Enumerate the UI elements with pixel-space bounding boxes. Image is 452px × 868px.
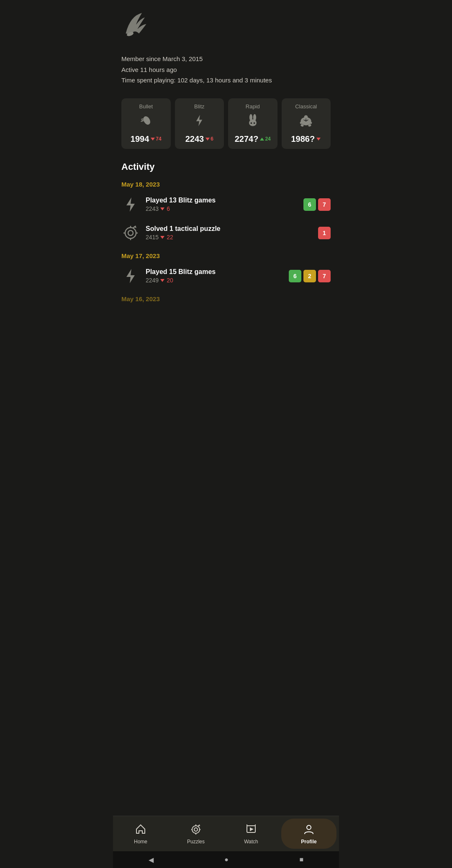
back-button[interactable]: ◀ — [149, 856, 154, 864]
system-bar: ◀ ● ■ — [113, 851, 339, 868]
svg-point-9 — [254, 122, 255, 124]
badge-puzzle-1: 1 — [318, 227, 331, 239]
svg-point-8 — [250, 122, 252, 124]
rating-value-bullet: 1994 74 — [131, 134, 162, 144]
member-since-text: Member since March 3, 2015 — [121, 54, 331, 64]
activity-content-puzzle-1: Solved 1 tactical puzzle 2415 22 — [146, 225, 312, 241]
puzzle-activity-icon — [121, 224, 140, 242]
user-info-section: Member since March 3, 2015 Active 11 hou… — [113, 45, 339, 90]
nav-label-home: Home — [134, 839, 147, 845]
rating-card-rapid[interactable]: Rapid 2274? 24 — [228, 98, 277, 149]
activity-badges-blitz-1: 6 7 — [303, 198, 331, 211]
blitz-icon — [192, 113, 207, 131]
svg-line-2 — [141, 120, 144, 120]
profile-icon — [303, 824, 314, 837]
rating-diff-blitz: 6 — [205, 136, 213, 142]
activity-title-blitz-1: Played 13 Blitz games — [146, 197, 298, 204]
svg-marker-33 — [250, 827, 254, 831]
rapid-icon — [245, 113, 260, 131]
activity-badges-blitz-2: 6 2 7 — [289, 270, 331, 282]
rating-value-rapid: 2274? 24 — [235, 134, 271, 144]
blitz-activity-icon-2 — [121, 267, 140, 285]
svg-line-29 — [198, 825, 200, 826]
watch-icon — [246, 824, 257, 837]
recent-button[interactable]: ■ — [300, 856, 304, 863]
home-button[interactable]: ● — [224, 856, 229, 863]
activity-item-puzzle-1[interactable]: Solved 1 tactical puzzle 2415 22 1 — [113, 219, 339, 247]
activity-section-title: Activity — [113, 153, 339, 176]
badge-win-1: 6 — [303, 198, 316, 211]
rating-label-rapid: Rapid — [246, 103, 260, 110]
rating-card-blitz[interactable]: Blitz 2243 6 — [175, 98, 224, 149]
svg-point-16 — [125, 228, 136, 238]
active-text: Active 11 hours ago — [121, 64, 331, 75]
rating-label-classical: Classical — [295, 103, 317, 110]
activity-title-puzzle-1: Solved 1 tactical puzzle — [146, 225, 312, 233]
activity-badges-puzzle-1: 1 — [318, 227, 331, 239]
svg-line-22 — [133, 226, 135, 228]
rating-label-blitz: Blitz — [194, 103, 205, 110]
activity-content-blitz-1: Played 13 Blitz games 2243 6 — [146, 197, 298, 212]
activity-title-blitz-2: Played 15 Blitz games — [146, 268, 283, 276]
svg-point-1 — [142, 115, 152, 126]
nav-label-puzzles: Puzzles — [187, 839, 205, 845]
activity-date-1: May 18, 2023 — [113, 176, 339, 190]
activity-item-blitz-1[interactable]: Played 13 Blitz games 2243 6 6 7 — [113, 190, 339, 219]
nav-label-profile: Profile — [301, 839, 316, 845]
rating-diff-classical — [316, 138, 321, 141]
bottom-navigation: Home Puzzles Watch — [113, 816, 339, 851]
svg-point-7 — [249, 119, 257, 126]
nav-item-puzzles[interactable]: Puzzles — [168, 816, 223, 851]
puzzles-icon — [190, 824, 201, 837]
bullet-icon — [139, 113, 154, 131]
time-playing-text: Time spent playing: 102 days, 13 hours a… — [121, 75, 331, 86]
nav-item-home[interactable]: Home — [113, 816, 168, 851]
svg-point-24 — [194, 828, 198, 831]
rating-card-bullet[interactable]: Bullet 1994 74 — [121, 98, 171, 149]
svg-line-4 — [141, 118, 143, 119]
nav-label-watch: Watch — [244, 839, 258, 845]
badge-loss-2: 7 — [318, 270, 331, 282]
home-icon — [135, 824, 146, 837]
activity-date-3: May 16, 2023 — [113, 290, 339, 305]
svg-point-34 — [307, 825, 311, 830]
svg-point-17 — [128, 230, 133, 236]
header — [113, 0, 339, 45]
svg-line-3 — [141, 120, 143, 121]
activity-item-blitz-2[interactable]: Played 15 Blitz games 2249 20 6 2 7 — [113, 262, 339, 290]
rating-diff-bullet: 74 — [151, 136, 161, 142]
badge-draw-2: 2 — [303, 270, 316, 282]
lichess-logo-icon — [121, 10, 151, 39]
badge-loss-1: 7 — [318, 198, 331, 211]
rating-value-classical: 1986? — [291, 134, 321, 144]
rating-diff-rapid: 24 — [260, 136, 270, 142]
rating-value-blitz: 2243 6 — [185, 134, 213, 144]
rating-label-bullet: Bullet — [139, 103, 153, 110]
activity-sub-blitz-1: 2243 6 — [146, 205, 298, 212]
activity-sub-puzzle-1: 2415 22 — [146, 234, 312, 241]
activity-content-blitz-2: Played 15 Blitz games 2249 20 — [146, 268, 283, 284]
rating-card-classical[interactable]: Classical 1986? — [282, 98, 331, 149]
svg-point-23 — [192, 826, 200, 833]
nav-item-watch[interactable]: Watch — [223, 816, 279, 851]
svg-point-11 — [304, 115, 308, 119]
activity-date-2: May 17, 2023 — [113, 247, 339, 262]
classical-icon — [298, 113, 313, 131]
nav-item-profile[interactable]: Profile — [281, 819, 336, 849]
blitz-activity-icon — [121, 195, 140, 214]
ratings-row: Bullet 1994 74 Blitz — [113, 90, 339, 153]
activity-sub-blitz-2: 2249 20 — [146, 277, 283, 284]
badge-win-2: 6 — [289, 270, 301, 282]
